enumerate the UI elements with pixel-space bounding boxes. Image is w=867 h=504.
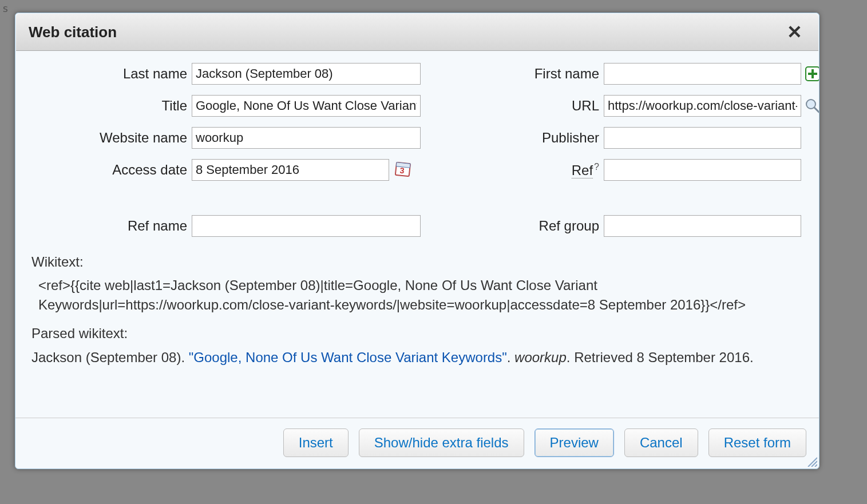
parsed-wikitext-label: Parsed wikitext:: [31, 326, 803, 342]
ref-group-input[interactable]: [604, 215, 801, 237]
cancel-button[interactable]: Cancel: [624, 428, 698, 457]
first-name-label: First name: [455, 66, 604, 82]
website-name-input[interactable]: [192, 127, 421, 149]
dialog-titlebar[interactable]: Web citation ✕: [16, 14, 818, 51]
ref-name-input[interactable]: [192, 215, 421, 237]
publisher-input[interactable]: [604, 127, 801, 149]
insert-button[interactable]: Insert: [283, 428, 349, 457]
parsed-retrieved-date: 8 September 2016: [637, 350, 750, 365]
reset-form-button[interactable]: Reset form: [708, 428, 806, 457]
ref-name-label: Ref name: [31, 218, 192, 234]
publisher-label: Publisher: [455, 130, 604, 146]
first-name-input[interactable]: [604, 63, 801, 85]
resize-grip-icon[interactable]: [806, 455, 817, 467]
access-date-input[interactable]: [192, 159, 389, 181]
svg-line-10: [815, 465, 817, 467]
citation-form: Last name First name Title URL: [31, 63, 803, 237]
ref-group-label: Ref group: [455, 218, 604, 234]
dialog-button-row: Insert Show/hide extra fields Preview Ca…: [15, 418, 819, 469]
dialog-content: Last name First name Title URL: [15, 51, 819, 413]
calendar-icon[interactable]: 3: [394, 160, 412, 180]
dialog-title: Web citation: [29, 23, 117, 41]
toggle-extra-fields-button[interactable]: Show/hide extra fields: [359, 428, 524, 457]
add-author-icon[interactable]: [801, 65, 819, 82]
website-name-label: Website name: [31, 130, 192, 146]
svg-rect-2: [808, 73, 817, 75]
search-url-icon[interactable]: [801, 97, 819, 114]
close-icon[interactable]: ✕: [783, 23, 806, 41]
title-input[interactable]: [192, 95, 421, 117]
web-citation-dialog: Web citation ✕ Last name First name Titl…: [15, 13, 820, 469]
ref-help-input[interactable]: [604, 159, 801, 181]
parsed-author: Jackson (September 08).: [31, 350, 189, 365]
wikitext-output: <ref>{{cite web|last1=Jackson (September…: [38, 276, 803, 314]
ref-help-label: Ref?: [455, 162, 604, 178]
url-input[interactable]: [604, 95, 801, 117]
wikitext-label: Wikitext:: [31, 254, 803, 270]
last-name-input[interactable]: [192, 63, 421, 85]
preview-button[interactable]: Preview: [535, 428, 614, 457]
title-label: Title: [31, 98, 192, 114]
last-name-label: Last name: [31, 66, 192, 82]
url-label: URL: [455, 98, 604, 114]
parsed-website: woorkup: [514, 350, 567, 365]
parsed-wikitext-output: Jackson (September 08). "Google, None Of…: [31, 347, 803, 368]
parsed-title-link[interactable]: "Google, None Of Us Want Close Variant K…: [189, 350, 507, 365]
access-date-label: Access date: [31, 162, 192, 178]
svg-line-4: [814, 108, 819, 112]
